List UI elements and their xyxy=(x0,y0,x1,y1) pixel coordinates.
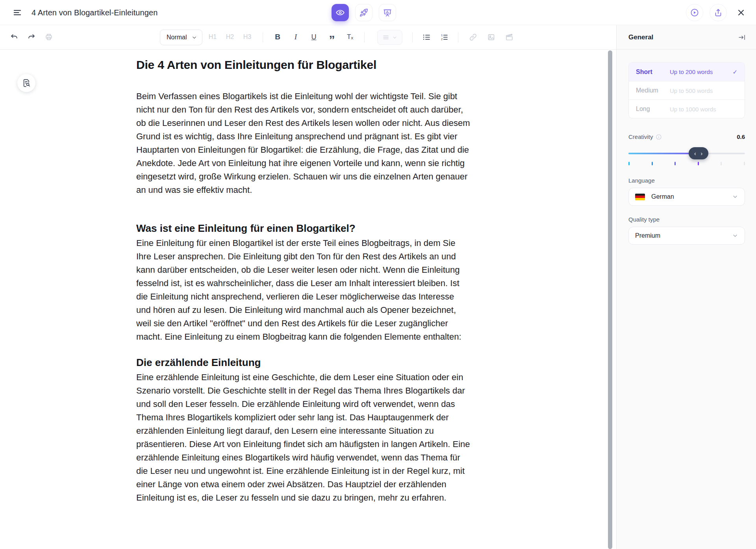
print-button[interactable] xyxy=(42,30,56,44)
doc-paragraph[interactable]: Eine Einleitung für einen Blogartikel is… xyxy=(136,237,470,344)
play-circle-icon xyxy=(690,8,699,17)
preview-eye-button[interactable] xyxy=(332,4,349,21)
doc-paragraph[interactable]: Beim Verfassen eines Blogartikels ist di… xyxy=(136,90,470,197)
chevron-down-icon xyxy=(732,194,738,200)
topbar-actions xyxy=(686,4,749,21)
presentation-button[interactable] xyxy=(379,4,396,21)
language-label: Language xyxy=(628,177,745,184)
language-select[interactable]: German xyxy=(628,188,745,206)
info-icon[interactable] xyxy=(656,134,662,140)
quality-select[interactable]: Premium xyxy=(628,227,745,245)
top-bar: 4 Arten von Blogartikel-Einleitungen xyxy=(0,0,756,25)
length-option-long[interactable]: Long Up to 1000 words xyxy=(629,100,745,118)
quality-value: Premium xyxy=(635,232,660,239)
chevron-down-icon xyxy=(191,35,197,41)
checkmark-icon: ✓ xyxy=(730,68,737,76)
redo-button[interactable] xyxy=(24,30,39,44)
quality-label: Quality type xyxy=(628,216,745,223)
close-icon xyxy=(736,8,746,17)
share-button[interactable] xyxy=(710,4,727,21)
slider-tick xyxy=(698,162,699,165)
align-lines-icon xyxy=(382,34,389,41)
language-value: German xyxy=(651,193,674,200)
length-option-hint: Up to 500 words xyxy=(670,87,730,94)
eye-icon xyxy=(335,8,345,17)
toolbar-divider xyxy=(263,32,263,43)
slider-thumb-chevrons-icon: ‹ › xyxy=(694,150,704,157)
rocket-icon xyxy=(359,8,369,17)
italic-button[interactable]: I xyxy=(289,30,303,44)
collapse-panel-button[interactable] xyxy=(738,33,746,41)
length-option-label: Long xyxy=(636,105,670,113)
german-flag-icon xyxy=(635,194,645,200)
slider-tick xyxy=(674,162,676,165)
underline-button[interactable]: U xyxy=(307,30,321,44)
paragraph-style-value: Normal xyxy=(167,34,187,41)
chevron-down-icon xyxy=(732,233,738,239)
language-section: Language German xyxy=(628,177,745,206)
vertical-scrollbar[interactable] xyxy=(608,50,612,549)
insert-image-button[interactable] xyxy=(484,30,498,44)
app-window: 4 Arten von Blogartikel-Einleitungen xyxy=(0,0,756,549)
share-upload-icon xyxy=(713,8,723,17)
toolbar-divider xyxy=(364,32,365,43)
length-option-hint: Up to 200 words xyxy=(670,68,730,75)
paragraph-style-select[interactable]: Normal xyxy=(160,30,202,45)
heading1-button[interactable]: H1 xyxy=(206,30,220,44)
length-option-medium[interactable]: Medium Up to 500 words xyxy=(629,81,745,100)
length-selector: Short Up to 200 words ✓ Medium Up to 500… xyxy=(628,62,745,118)
slider-tick xyxy=(628,162,630,165)
panel-body: Short Up to 200 words ✓ Medium Up to 500… xyxy=(617,50,756,245)
creativity-label: Creativity xyxy=(628,133,653,140)
quality-section: Quality type Premium xyxy=(628,216,745,245)
doc-heading-1[interactable]: Die 4 Arten von Einleitungen für Blogart… xyxy=(136,58,470,72)
slider-thumb[interactable]: ‹ › xyxy=(689,147,708,159)
length-option-hint: Up to 1000 words xyxy=(670,106,730,113)
svg-text:2: 2 xyxy=(441,37,443,41)
settings-panel: General Short Up to 200 words ✓ Medium U… xyxy=(616,25,756,549)
slider-tick xyxy=(744,162,745,165)
hamburger-menu-icon[interactable] xyxy=(10,6,24,19)
doc-heading-2[interactable]: Was ist eine Einleitung für einen Blogar… xyxy=(136,221,470,235)
presentation-board-icon xyxy=(383,8,392,17)
toolbar-divider xyxy=(458,32,458,43)
collapse-arrow-icon xyxy=(738,33,746,41)
blockquote-button[interactable]: ” xyxy=(325,30,339,44)
panel-title: General xyxy=(628,33,653,41)
creativity-section: Creativity 0.6 ‹ › xyxy=(628,133,745,165)
editor-toolbar: Normal H1 H2 H3 B I U ” Tₓ xyxy=(0,25,616,50)
editor-canvas[interactable]: Die 4 Arten von Einleitungen für Blogart… xyxy=(0,50,616,549)
insert-video-button[interactable] xyxy=(502,30,516,44)
document-body[interactable]: Die 4 Arten von Einleitungen für Blogart… xyxy=(136,58,470,505)
view-mode-group xyxy=(332,4,396,21)
document-search-button[interactable] xyxy=(17,74,35,92)
heading2-button[interactable]: H2 xyxy=(223,30,237,44)
slider-ticks xyxy=(628,162,745,165)
boost-rocket-button[interactable] xyxy=(355,4,372,21)
play-button[interactable] xyxy=(686,4,703,21)
close-button[interactable] xyxy=(733,4,749,21)
numbered-list-button[interactable]: 12 xyxy=(437,30,451,44)
doc-heading-3[interactable]: Die erzählende Einleitung xyxy=(136,355,470,370)
length-option-label: Medium xyxy=(636,87,670,94)
toolbar-divider xyxy=(412,32,413,43)
length-option-short[interactable]: Short Up to 200 words ✓ xyxy=(629,63,745,81)
panel-header: General xyxy=(617,25,756,50)
creativity-value: 0.6 xyxy=(737,133,745,140)
doc-paragraph[interactable]: Eine erzählende Einleitung ist eine Gesc… xyxy=(136,371,470,505)
bullet-list-button[interactable] xyxy=(419,30,434,44)
clear-formatting-button[interactable]: Tₓ xyxy=(343,30,357,44)
slider-tick xyxy=(721,162,722,165)
insert-link-button[interactable] xyxy=(466,30,480,44)
undo-button[interactable] xyxy=(7,30,21,44)
length-option-label: Short xyxy=(636,68,670,76)
creativity-slider[interactable]: ‹ › xyxy=(628,147,745,160)
bold-button[interactable]: B xyxy=(271,30,285,44)
slider-tick xyxy=(652,162,653,165)
slider-track-fill xyxy=(628,153,699,154)
svg-text:1: 1 xyxy=(441,33,443,37)
file-search-icon xyxy=(22,78,31,88)
chevron-down-icon xyxy=(392,35,397,40)
heading3-button[interactable]: H3 xyxy=(240,30,254,44)
text-align-select[interactable] xyxy=(377,30,402,45)
